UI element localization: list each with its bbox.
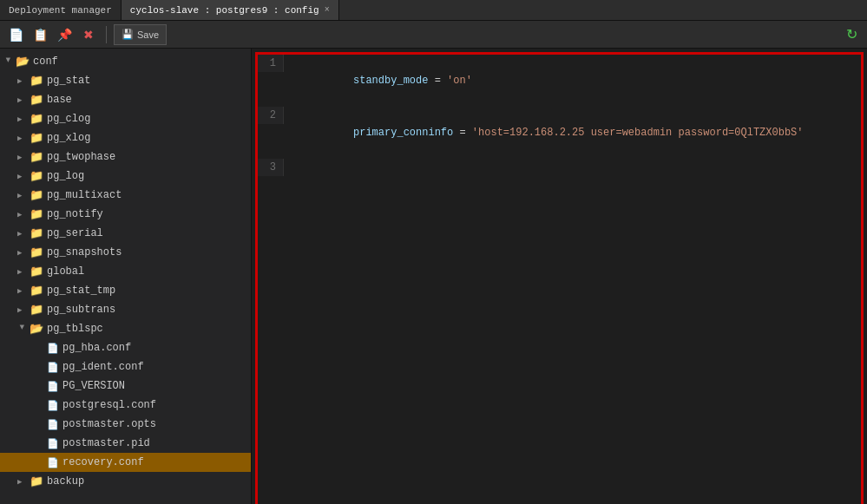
tree-item-pg_serial[interactable]: ▶ 📁 pg_serial: [0, 224, 251, 243]
chevron-icon: ▶: [17, 324, 27, 333]
save-label: Save: [137, 29, 159, 40]
file-icon: 📄: [47, 400, 59, 411]
chevron-icon: ▶: [17, 210, 26, 219]
tab2-label: cyclos-slave : postgres9 : config: [130, 5, 319, 16]
line-number-3: 3: [258, 159, 284, 176]
refresh-button[interactable]: ↻: [841, 24, 862, 45]
tree-item-pg_xlog[interactable]: ▶ 📁 pg_xlog: [0, 128, 251, 147]
close-tab-icon[interactable]: ×: [325, 5, 330, 15]
tree-item-pg_subtrans[interactable]: ▶ 📁 pg_subtrans: [0, 300, 251, 319]
tree-label: pg_notify: [47, 208, 103, 220]
folder-icon: 📁: [30, 74, 43, 88]
tree-label-conf: conf: [33, 56, 58, 68]
line-content-2[interactable]: primary_conninfo = 'host=192.168.2.25 us…: [284, 107, 861, 159]
new-button[interactable]: 📄: [5, 24, 26, 45]
toolbar-right: ↻: [841, 24, 862, 45]
chevron-icon: ▶: [17, 477, 26, 487]
chevron-icon: ▶: [17, 286, 26, 296]
tree-item-conf[interactable]: ▶ 📂 conf: [0, 52, 251, 71]
tree-item-postmaster_pid[interactable]: ▶ 📄 postmaster.pid: [0, 434, 251, 453]
tree-label: postmaster.opts: [62, 418, 156, 430]
chevron-icon: ▶: [17, 95, 26, 105]
folder-open-icon: 📂: [16, 55, 30, 69]
tree-label: pg_multixact: [47, 189, 122, 201]
folder-icon: 📁: [30, 303, 43, 317]
tree-item-pg_tblspc[interactable]: ▶ 📂 pg_tblspc: [0, 319, 251, 338]
tree-item-pg_stat_tmp[interactable]: ▶ 📁 pg_stat_tmp: [0, 281, 251, 300]
save-button[interactable]: 💾 Save: [114, 24, 167, 45]
code-line-2: 2 primary_conninfo = 'host=192.168.2.25 …: [258, 107, 861, 159]
refresh-icon: ↻: [846, 26, 857, 43]
tree-item-pg_clog[interactable]: ▶ 📁 pg_clog: [0, 109, 251, 128]
file-icon: 📄: [47, 343, 59, 354]
line-content-3[interactable]: [284, 159, 861, 176]
code-line-1: 1 standby_mode = 'on': [258, 55, 861, 107]
tree-label: pg_stat_tmp: [47, 285, 115, 297]
line-number-1: 1: [258, 55, 284, 72]
deployment-manager-tab[interactable]: Deployment manager: [0, 0, 122, 20]
tree-item-PG_VERSION[interactable]: ▶ 📄 PG_VERSION: [0, 376, 251, 396]
code-line-3: 3: [258, 159, 861, 176]
file-icon: 📄: [47, 362, 59, 373]
tree-item-pg_notify[interactable]: ▶ 📁 pg_notify: [0, 205, 251, 224]
chevron-icon: ▶: [17, 134, 26, 143]
tree-label-recovery-conf: recovery.conf: [62, 456, 144, 468]
delete-button[interactable]: ✖: [78, 24, 99, 45]
tree-label: base: [47, 94, 72, 106]
file-icon: 📄: [47, 381, 59, 392]
tree-item-pg_multixact[interactable]: ▶ 📁 pg_multixact: [0, 186, 251, 205]
chevron-icon: ▶: [17, 248, 26, 258]
tree-label: PG_VERSION: [62, 380, 125, 392]
code-token-op: =: [428, 75, 447, 87]
folder-icon: 📁: [30, 169, 43, 183]
file-tree[interactable]: ▶ 📂 conf ▶ 📁 pg_stat ▶ 📁 base ▶ 📁 pg_clo…: [0, 49, 252, 504]
copy-button[interactable]: 📋: [30, 24, 50, 45]
line-number-2: 2: [258, 107, 284, 124]
toolbar-separator: [106, 26, 107, 43]
paste-icon: 📌: [57, 28, 72, 42]
title-bar: Deployment manager cyclos-slave : postgr…: [0, 0, 867, 21]
tree-item-pg_log[interactable]: ▶ 📁 pg_log: [0, 167, 251, 186]
chevron-icon: ▶: [17, 172, 26, 181]
folder-icon: 📁: [30, 226, 43, 240]
tree-item-postmaster_opts[interactable]: ▶ 📄 postmaster.opts: [0, 415, 251, 434]
tree-item-global[interactable]: ▶ 📁 global: [0, 262, 251, 281]
config-tab[interactable]: cyclos-slave : postgres9 : config ×: [122, 0, 339, 20]
folder-icon: 📁: [30, 207, 43, 221]
tree-label: pg_hba.conf: [62, 342, 131, 354]
delete-icon: ✖: [83, 28, 94, 42]
tree-label: pg_subtrans: [47, 304, 115, 316]
file-icon: 📄: [47, 457, 59, 468]
tree-item-base[interactable]: ▶ 📁 base: [0, 90, 251, 109]
chevron-icon: ▶: [17, 76, 26, 86]
editor-area[interactable]: 1 standby_mode = 'on' 2 primary_conninfo…: [252, 49, 867, 504]
code-token-key: primary_conninfo: [353, 127, 453, 139]
tree-label: postgresql.conf: [62, 399, 156, 411]
folder-icon: 📁: [30, 131, 43, 145]
tree-item-pg_hba_conf[interactable]: ▶ 📄 pg_hba.conf: [0, 338, 251, 357]
tree-item-pg_ident_conf[interactable]: ▶ 📄 pg_ident.conf: [0, 357, 251, 376]
chevron-icon: ▶: [17, 267, 26, 277]
chevron-icon: ▶: [17, 305, 26, 315]
chevron-icon: ▶: [17, 115, 26, 124]
tree-item-postgresql_conf[interactable]: ▶ 📄 postgresql.conf: [0, 396, 251, 415]
code-token-key: standby_mode: [353, 75, 428, 87]
code-token-str: 'on': [447, 75, 472, 87]
tree-item-pg_stat[interactable]: ▶ 📁 pg_stat: [0, 71, 251, 90]
copy-icon: 📋: [33, 28, 48, 42]
tree-item-backup[interactable]: ▶ 📁 backup: [0, 472, 251, 491]
line-content-1[interactable]: standby_mode = 'on': [284, 55, 861, 107]
tree-label: global: [47, 265, 84, 278]
folder-icon: 📁: [30, 93, 43, 107]
tree-item-recovery-conf[interactable]: ▶ 📄 recovery.conf: [0, 453, 251, 472]
paste-button[interactable]: 📌: [54, 24, 75, 45]
folder-icon: 📁: [30, 245, 43, 259]
tree-item-pg_twophase[interactable]: ▶ 📁 pg_twophase: [0, 147, 251, 167]
chevron-icon: ▶: [17, 191, 26, 200]
editor-content: 1 standby_mode = 'on' 2 primary_conninfo…: [255, 52, 864, 504]
tree-item-pg_snapshots[interactable]: ▶ 📁 pg_snapshots: [0, 243, 251, 262]
tree-label: pg_stat: [47, 75, 90, 87]
folder-icon: 📁: [30, 265, 43, 278]
tree-label: pg_snapshots: [47, 246, 122, 259]
tree-label: backup: [47, 475, 84, 488]
